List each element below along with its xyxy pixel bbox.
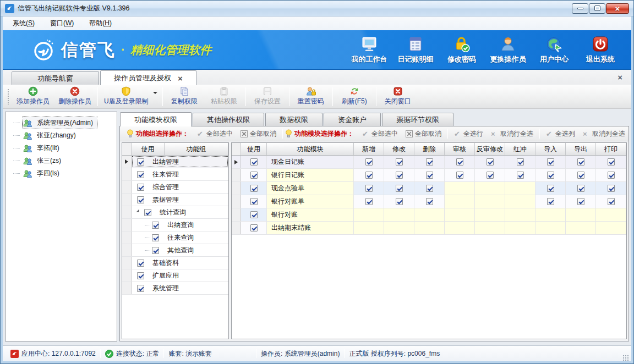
module-use-checkbox[interactable] — [250, 172, 258, 179]
module-row[interactable]: 出纳期末结账 — [232, 222, 626, 235]
menu-item-0[interactable]: 系统(S) — [6, 18, 41, 29]
permission-checkbox[interactable] — [426, 158, 433, 166]
group-use-checkbox[interactable] — [137, 171, 144, 178]
permission-checkbox[interactable] — [365, 185, 373, 192]
permission-checkbox[interactable] — [365, 158, 373, 166]
banner-action-2[interactable]: 修改密码 — [439, 34, 485, 65]
permission-checkbox[interactable] — [396, 172, 403, 179]
module-use-checkbox[interactable] — [250, 211, 258, 218]
permission-checkbox[interactable] — [456, 158, 463, 166]
permission-checkbox[interactable] — [487, 158, 494, 166]
banner-action-5[interactable]: 退出系统 — [577, 34, 624, 65]
toolbar-button-0[interactable]: 添加操作员 — [12, 86, 54, 108]
group-row[interactable]: 出纳管理 — [122, 156, 228, 168]
group-row[interactable]: 往来管理 — [122, 168, 228, 181]
group-row[interactable]: 系统管理 — [122, 282, 228, 295]
permission-checkbox[interactable] — [577, 158, 584, 166]
operator-item-3[interactable]: 张三(zs) — [8, 155, 114, 167]
permission-checkbox[interactable] — [517, 158, 524, 166]
group-use-checkbox[interactable] — [137, 158, 144, 166]
module-row[interactable]: 银行对账单 — [232, 195, 626, 208]
module-use-checkbox[interactable] — [250, 198, 258, 205]
group_panel-action-0[interactable]: ✔全部选中 — [197, 129, 233, 139]
resize-grip[interactable] — [622, 355, 629, 361]
group-use-checkbox[interactable] — [137, 260, 144, 267]
permission-checkbox[interactable] — [608, 172, 615, 179]
doc-tab-1[interactable]: 操作员管理及授权× — [100, 70, 196, 85]
permission-checkbox[interactable] — [426, 185, 433, 192]
banner-action-3[interactable]: 更换操作员 — [485, 34, 531, 65]
toolbar-button-7[interactable]: 刷新(F5) — [335, 86, 374, 108]
group-use-checkbox[interactable] — [152, 222, 159, 229]
perm-tab-4[interactable]: 票据环节权限 — [382, 113, 453, 126]
permission-checkbox[interactable] — [547, 172, 554, 179]
module_panel-action-5[interactable]: ×取消列全选 — [583, 129, 625, 139]
dropdown-arrow-icon[interactable] — [153, 92, 157, 94]
permission-checkbox[interactable] — [547, 198, 554, 205]
module_panel-action-3[interactable]: ×取消行全选 — [491, 129, 533, 139]
group-row[interactable]: 扩展应用 — [122, 269, 228, 282]
permission-checkbox[interactable] — [426, 172, 433, 179]
module-use-checkbox[interactable] — [250, 185, 258, 192]
module-row[interactable]: 现金日记账 — [232, 156, 626, 169]
permission-checkbox[interactable] — [396, 158, 403, 166]
group-row[interactable]: 出纳查询 — [122, 219, 228, 231]
module-row[interactable]: 现金点验单 — [232, 182, 626, 195]
maximize-button[interactable] — [589, 3, 605, 14]
group-use-checkbox[interactable] — [152, 234, 159, 241]
banner-action-0[interactable]: 我的工作台 — [346, 34, 392, 65]
toolbar-button-1[interactable]: 删除操作员 — [54, 86, 96, 108]
operator-item-0[interactable]: 系统管理员(Admin) — [8, 117, 114, 129]
permission-checkbox[interactable] — [456, 172, 463, 179]
operator-item-4[interactable]: 李四(ls) — [8, 167, 114, 180]
group-row[interactable]: 其他查询 — [122, 244, 228, 257]
permission-checkbox[interactable] — [517, 172, 524, 179]
permission-checkbox[interactable] — [365, 172, 373, 179]
perm-tab-3[interactable]: 资金账户 — [324, 113, 381, 126]
doc-tab-0[interactable]: 功能导航窗 — [12, 71, 99, 85]
group-use-checkbox[interactable] — [137, 285, 144, 292]
permission-checkbox[interactable] — [547, 158, 554, 166]
toolbar-button-2[interactable]: U盾及登录限制 — [100, 86, 153, 108]
permission-checkbox[interactable] — [547, 185, 554, 192]
permission-checkbox[interactable] — [577, 198, 584, 205]
group-use-checkbox[interactable] — [137, 272, 144, 279]
module-row[interactable]: 银行对账 — [232, 208, 626, 222]
toolbar-button-6[interactable]: 重置密码 — [291, 86, 331, 108]
module_panel-action-2[interactable]: ✔全选行 — [454, 129, 483, 139]
module-use-checkbox[interactable] — [250, 158, 258, 166]
menu-item-2[interactable]: 帮助(H) — [83, 18, 118, 29]
module_panel-action-0[interactable]: ✔全部选中 — [362, 129, 398, 139]
permission-checkbox[interactable] — [396, 198, 403, 205]
toolbar-button-3[interactable]: 复制权限 — [165, 86, 204, 108]
menu-item-1[interactable]: 窗口(W) — [43, 18, 80, 29]
perm-tab-2[interactable]: 数据权限 — [265, 113, 323, 126]
toolbar-button-8[interactable]: 关闭窗口 — [378, 86, 418, 108]
permission-checkbox[interactable] — [365, 198, 373, 205]
group-use-checkbox[interactable] — [152, 247, 159, 254]
module-use-checkbox[interactable] — [250, 224, 258, 231]
permission-checkbox[interactable] — [577, 172, 584, 179]
permission-checkbox[interactable] — [577, 185, 584, 192]
perm-tab-1[interactable]: 其他操作权限 — [193, 113, 264, 126]
group-row[interactable]: 票据管理 — [122, 194, 228, 206]
module-row[interactable]: 银行日记账 — [232, 169, 626, 182]
permission-checkbox[interactable] — [426, 198, 433, 205]
group-use-checkbox[interactable] — [144, 209, 151, 216]
expand-icon[interactable] — [136, 209, 142, 215]
group-row[interactable]: 统计查询 — [122, 206, 228, 219]
titlebar[interactable]: 信管飞出纳记账软件专业版 V9.1.396 × — [1, 1, 633, 16]
module_panel-action-4[interactable]: ✔全选列 — [546, 129, 575, 139]
group-row[interactable]: 基础资料 — [122, 257, 228, 269]
group-use-checkbox[interactable] — [137, 184, 144, 191]
tabstrip-close-icon[interactable]: × — [614, 73, 626, 82]
permission-checkbox[interactable] — [608, 158, 615, 166]
group-use-checkbox[interactable] — [137, 196, 144, 203]
banner-action-1[interactable]: 日记账明细 — [392, 34, 439, 65]
group-row[interactable]: 综合管理 — [122, 181, 228, 194]
group_panel-action-1[interactable]: 全部取消 — [241, 129, 276, 139]
module_panel-action-1[interactable]: 全部取消 — [406, 129, 441, 139]
operator-item-2[interactable]: 李拓(lit) — [8, 142, 114, 155]
tab-close-icon[interactable]: × — [178, 74, 183, 82]
permission-checkbox[interactable] — [396, 185, 403, 192]
